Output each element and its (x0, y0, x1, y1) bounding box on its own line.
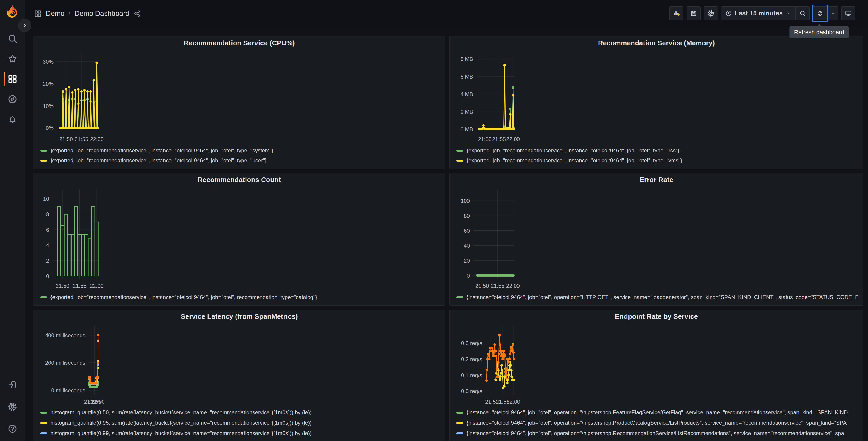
legend-series-color-chip (40, 296, 47, 298)
svg-text:0: 0 (467, 272, 470, 279)
grafana-logo[interactable] (5, 4, 20, 20)
panel-title[interactable]: Error Rate (450, 173, 863, 186)
timeseries-chart[interactable]: 21:5021:5522:000.0 req/s0.1 req/s0.2 req… (452, 323, 520, 406)
svg-text:8 MB: 8 MB (461, 56, 473, 62)
time-range-picker[interactable]: Last 15 minutes (721, 6, 795, 20)
svg-text:4 MB: 4 MB (461, 91, 473, 97)
legend-series-color-chip (456, 159, 463, 161)
legend-series-color-chip (456, 412, 463, 414)
panel-title[interactable]: Service Latency (from SpanMetrics) (33, 310, 445, 323)
compass-icon (7, 94, 18, 104)
sidebar-item-search[interactable] (0, 29, 25, 49)
panel-title[interactable]: Recommendation Service (CPU%) (33, 36, 445, 50)
refresh-dashboard-button[interactable] (813, 6, 827, 20)
panel-title[interactable]: Recommendation Service (Memory) (450, 36, 863, 50)
legend-item[interactable]: {exported_job="recommendationservice", i… (456, 155, 861, 166)
legend-series-color-chip (40, 422, 47, 424)
chevron-down-icon (830, 11, 835, 16)
legend-series-label: {exported_job="recommendationservice", i… (467, 157, 682, 164)
chevron-down-icon (786, 11, 791, 16)
legend-series-color-chip (456, 432, 463, 435)
sidebar-item-help[interactable] (0, 418, 25, 440)
svg-text:0.1 req/s: 0.1 req/s (461, 372, 482, 378)
sidebar-item-dashboards[interactable] (0, 69, 25, 89)
breadcrumb-section[interactable]: Demo (46, 9, 64, 18)
svg-text:0%: 0% (46, 125, 54, 131)
add-panel-icon (673, 9, 680, 17)
timeseries-chart[interactable]: 21:5021:5522:00020406080100 (452, 186, 520, 290)
chart-legend: {exported_job="recommendationservice", i… (456, 146, 861, 166)
legend-item[interactable]: {instance="otelcol:9464", job="otel", op… (456, 292, 861, 302)
svg-text:0: 0 (46, 273, 49, 279)
panel-title[interactable]: Recommendations Count (33, 173, 445, 186)
sidebar-item-explore[interactable] (0, 89, 25, 109)
timeseries-chart[interactable]: 21:5021:5522:000%10%20%30% (36, 49, 104, 143)
chart-legend: histogram_quantile(0.50, sum(rate(latenc… (40, 407, 442, 441)
zoom-out-icon (799, 10, 806, 17)
svg-text:2: 2 (46, 258, 49, 264)
legend-series-label: {instance="otelcol:9464", job="otel", op… (467, 409, 851, 416)
refresh-interval-dropdown[interactable] (827, 6, 838, 20)
legend-item[interactable]: histogram_quantile(0.95, sum(rate(latenc… (40, 418, 442, 428)
sidebar-bottom-nav (0, 374, 25, 440)
dashboards-grid-icon (7, 74, 18, 84)
kiosk-mode-button[interactable] (841, 6, 855, 20)
dashboard-grid: Recommendation Service (CPU%) 21:5021:55… (25, 27, 868, 441)
chart-legend: {exported_job="recommendationservice", i… (40, 146, 442, 166)
svg-text:10%: 10% (43, 103, 54, 109)
legend-item[interactable]: {exported_job="recommendationservice", i… (456, 146, 861, 155)
grafana-app: Demo / Demo Dashboard (0, 0, 868, 441)
legend-item[interactable]: {exported_job="recommendationservice", i… (40, 146, 442, 155)
svg-text:21:50: 21:50 (59, 136, 73, 142)
breadcrumb-page[interactable]: Demo Dashboard (74, 9, 129, 18)
legend-series-label: histogram_quantile(0.50, sum(rate(latenc… (51, 409, 312, 416)
legend-item[interactable]: {exported_job="recommendationservice", i… (40, 292, 442, 302)
legend-series-color-chip (456, 422, 463, 424)
legend-item[interactable]: histogram_quantile(0.99, sum(rate(latenc… (40, 428, 442, 439)
legend-item[interactable]: {instance="otelcol:9464", job="otel", op… (456, 428, 861, 439)
svg-text:0 milliseconds: 0 milliseconds (51, 387, 85, 393)
legend-item[interactable]: {instance="otelcol:9464", job="otel", op… (456, 407, 861, 418)
refresh-tooltip: Refresh dashboard (789, 26, 848, 38)
legend-series-color-chip (456, 296, 463, 298)
help-icon (8, 424, 17, 434)
dashboard-settings-button[interactable] (704, 6, 718, 20)
sidebar-expand-button[interactable] (18, 19, 31, 32)
svg-text:30%: 30% (43, 59, 54, 65)
svg-text:6 MB: 6 MB (461, 74, 473, 80)
timeseries-chart[interactable]: 21:5021:5522:000 MB2 MB4 MB6 MB8 MB (452, 49, 520, 143)
svg-text:0.3 req/s: 0.3 req/s (461, 340, 482, 346)
legend-item[interactable]: histogram_quantile(0.999, sum(rate(laten… (40, 439, 442, 441)
legend-item[interactable]: {instance="otelcol:9464", job="otel", op… (456, 418, 861, 428)
svg-text:0.2 req/s: 0.2 req/s (461, 356, 482, 362)
legend-item[interactable]: {exported_job="recommendationservice", i… (40, 155, 442, 166)
svg-text:80: 80 (464, 213, 470, 219)
bar-chart[interactable]: 21:5021:5522:000246810 (36, 186, 104, 290)
zoom-out-button[interactable] (795, 6, 809, 20)
chart-legend: {instance="otelcol:9464", job="otel", op… (456, 407, 861, 441)
sidebar-item-starred[interactable] (0, 49, 25, 69)
panel-title[interactable]: Endpoint Rate by Service (450, 310, 863, 323)
bell-icon (7, 114, 18, 124)
svg-text:60: 60 (464, 228, 470, 234)
svg-text:2 MB: 2 MB (461, 109, 473, 115)
sidebar-item-settings[interactable] (0, 396, 25, 418)
chart-legend: {exported_job="recommendationservice", i… (40, 292, 442, 302)
legend-item[interactable]: histogram_quantile(0.50, sum(rate(latenc… (40, 407, 442, 418)
legend-series-color-chip (40, 159, 47, 161)
chart-legend: {instance="otelcol:9464", job="otel", op… (456, 292, 861, 302)
save-dashboard-button[interactable] (686, 6, 701, 20)
svg-text:22:00: 22:00 (90, 136, 104, 142)
legend-item[interactable]: {instance="otelcol:9464", job="otel", op… (456, 439, 861, 441)
sidebar-item-sign-in[interactable] (0, 374, 25, 396)
legend-series-label: {instance="otelcol:9464", job="otel", op… (467, 430, 844, 437)
timeseries-chart[interactable]: 21:5021:5522:000 milliseconds200 millise… (36, 323, 104, 406)
clock-icon (725, 10, 732, 17)
panel-service-latency: Service Latency (from SpanMetrics) 21:50… (33, 310, 445, 441)
add-panel-button[interactable] (669, 6, 683, 20)
legend-series-label: {exported_job="recommendationservice", i… (467, 147, 680, 154)
share-icon[interactable] (133, 10, 141, 17)
sign-in-icon (8, 380, 17, 390)
sidebar-item-alerting[interactable] (0, 109, 25, 129)
breadcrumb: Demo / Demo Dashboard (34, 0, 141, 27)
